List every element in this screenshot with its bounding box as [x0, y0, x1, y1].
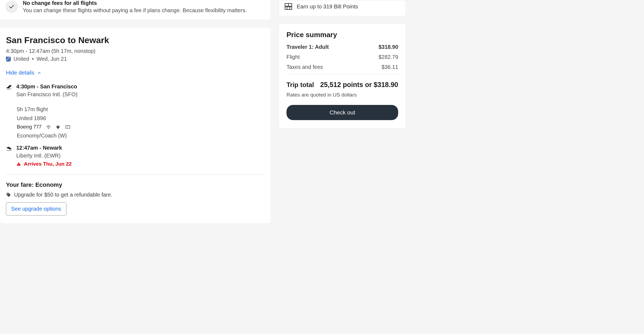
wifi-icon — [46, 124, 51, 130]
taxes-value: $36.11 — [382, 64, 398, 70]
svg-rect-2 — [18, 163, 19, 165]
svg-rect-3 — [18, 165, 19, 165]
price-summary-card: Price summary Traveler 1: Adult $318.90 … — [279, 23, 406, 129]
trip-total-value: 25,512 points or $318.90 — [320, 81, 398, 89]
arrival-time-city: 12:47am - Newark — [16, 145, 265, 151]
traveler-value: $318.90 — [379, 44, 398, 50]
cabin-class: Economy/Coach (W) — [6, 133, 265, 139]
flight-duration: 5h 17m flight — [6, 106, 265, 113]
flight-price-value: $282.79 — [379, 54, 398, 60]
fare-title: Your fare: Economy — [6, 181, 265, 188]
aircraft-type: Boeing 777 — [17, 124, 41, 130]
upgrade-text: Upgrade for $50 to get a refundable fare… — [14, 192, 112, 198]
power-plug-icon — [56, 124, 60, 130]
svg-point-0 — [48, 128, 49, 129]
svg-point-4 — [7, 194, 8, 194]
arrival-airport: Liberty Intl. (EWR) — [16, 153, 265, 159]
bilt-points-text: Earn up to 319 Bilt Points — [297, 4, 358, 10]
traveler-label: Traveler 1: Adult — [286, 44, 329, 50]
bilt-logo-icon — [284, 2, 292, 11]
see-upgrade-options-button[interactable]: See upgrade options — [6, 202, 66, 216]
price-summary-title: Price summary — [286, 31, 398, 39]
entertainment-icon — [65, 124, 71, 130]
rates-note: Rates are quoted in US dollars — [286, 92, 398, 98]
plane-landing-icon — [6, 145, 12, 167]
hide-details-toggle[interactable]: Hide details — [6, 70, 41, 76]
flight-number: United 1896 — [6, 115, 265, 121]
time-summary: 4:30pm - 12:47am (5h 17m, nonstop) — [6, 48, 265, 54]
united-logo-icon — [6, 57, 11, 62]
bilt-points-card[interactable]: Earn up to 319 Bilt Points — [279, 0, 406, 16]
checkout-button[interactable]: Check out — [286, 105, 398, 120]
chevron-up-icon — [37, 71, 41, 75]
plane-takeoff-icon — [6, 84, 12, 100]
banner-subtitle: You can change these flights without pay… — [23, 7, 247, 14]
flight-price-label: Flight — [286, 54, 300, 60]
check-icon — [5, 1, 18, 13]
route-title: San Francisco to Newark — [6, 35, 265, 45]
svg-rect-6 — [285, 7, 292, 9]
flight-date: Wed, Jun 21 — [37, 56, 67, 62]
warning-icon — [16, 162, 21, 166]
departure-time-city: 4:30pm - San Francisco — [16, 84, 265, 90]
tag-icon — [6, 192, 11, 198]
departure-airport: San Francisco Intl. (SFO) — [16, 91, 265, 98]
airline-name: United — [14, 56, 29, 62]
no-change-fees-banner: No change fees for all flights You can c… — [0, 0, 271, 20]
taxes-label: Taxes and fees — [286, 64, 323, 70]
arrival-warning: Arrives Thu, Jun 22 — [24, 161, 72, 167]
trip-total-label: Trip total — [286, 81, 314, 89]
banner-title: No change fees for all flights — [23, 0, 247, 6]
